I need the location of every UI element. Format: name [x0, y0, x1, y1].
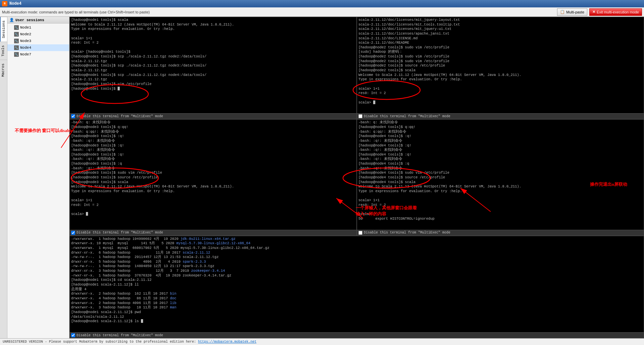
- statusbar-text: UNREGISTERED VERSION - Please support Mo…: [3, 340, 196, 344]
- terminal-pane-5[interactable]: -rwxrwxrwx. 1 hadoop hadoop 194990602 4月…: [69, 236, 644, 338]
- terminal-checkbox-label-3: Disable this terminal from "MultiExec" m…: [77, 231, 163, 234]
- terminal-disable-checkbox-3[interactable]: [71, 231, 75, 235]
- terminal-disable-checkbox-1[interactable]: [71, 114, 75, 118]
- sidebar-header: 👤 User sessions: [7, 17, 69, 24]
- toolbar: Multi-execution mode: commands are typed…: [0, 7, 644, 17]
- terminal-checkbox-bar-4: Disable this terminal from "MultiExec" m…: [357, 230, 644, 235]
- terminal-disable-checkbox-2[interactable]: [358, 114, 362, 118]
- node2-icon: 🔧: [14, 32, 19, 37]
- terminal-checkbox-bar-3: Disable this terminal from "MultiExec" m…: [70, 230, 356, 235]
- terminal-content-4: -bash: q: 未找到命令 [hadoop@node4 tools]$ q:…: [357, 120, 644, 229]
- terminal-checkbox-label-1: Disable this terminal from "MultiExec" m…: [77, 115, 163, 118]
- titlebar: N Node4: [0, 0, 644, 7]
- macros-tab[interactable]: Macros: [0, 60, 7, 80]
- app-icon: N: [2, 1, 7, 6]
- statusbar-link[interactable]: https://mobaxterm.mobatek.net: [198, 340, 256, 344]
- terminal-content-5: -rwxrwxrwx. 1 hadoop hadoop 194990602 4月…: [70, 236, 644, 332]
- terminal-checkbox-bar-2: Disable this terminal from "MultiExec" m…: [357, 113, 644, 119]
- terminal-pane-3[interactable]: -bash: q: 未找到命令 [hadoop@node3 tools]$ q:…: [69, 119, 357, 235]
- user-sessions-icon: 👤: [9, 18, 14, 22]
- terminal-checkbox-label-4: Disable this terminal from "MultiExec" m…: [364, 231, 450, 234]
- exit-multi-button[interactable]: ✕ Exit multi-execution mode: [589, 8, 642, 16]
- sidebar-item-node1[interactable]: 🔧 Node1: [7, 24, 69, 31]
- sidebar-item-node2[interactable]: 🔧 Node2: [7, 31, 69, 38]
- terminal-pane-2[interactable]: scala-2.11.12/doc/licenses/mit_jquery-la…: [357, 17, 644, 119]
- terminal-checkbox-label-5: Disable this terminal from "MultiExec" m…: [77, 334, 163, 337]
- window-title: Node4: [9, 1, 21, 6]
- terminal-content-2: scala-2.11.12/doc/licenses/mit_jquery-la…: [357, 17, 644, 113]
- paste-icon: 📋: [560, 10, 565, 14]
- terminal-checkbox-bar-1: Disable this terminal from "MultiExec" m…: [70, 113, 356, 119]
- tab-strip: Sessions Tools Macros: [0, 17, 7, 338]
- terminal-checkbox-label-2: Disable this terminal from "MultiExec" m…: [364, 115, 450, 118]
- terminal-checkbox-bar-5: Disable this terminal from "MultiExec" m…: [70, 332, 644, 338]
- sidebar-item-node4[interactable]: 🔧 Node4: [7, 44, 69, 51]
- sessions-tab[interactable]: Sessions: [0, 17, 7, 42]
- terminal-pane-4[interactable]: -bash: q: 未找到命令 [hadoop@node4 tools]$ q:…: [357, 119, 644, 235]
- node1-icon: 🔧: [14, 25, 19, 30]
- terminal-pane-1[interactable]: [hadoop@node1 tools]$ scala Welcome to S…: [69, 17, 357, 119]
- node3-icon: 🔧: [14, 39, 19, 43]
- sidebar-item-node3[interactable]: 🔧 Node3: [7, 38, 69, 44]
- statusbar: UNREGISTERED VERSION - Please support Mo…: [0, 338, 644, 345]
- terminal-content-3: -bash: q: 未找到命令 [hadoop@node3 tools]$ q:…: [70, 120, 356, 229]
- sidebar-item-node7[interactable]: 🔧 Node7: [7, 51, 69, 58]
- sidebar: 👤 User sessions 🔧 Node1 🔧 Node2 🔧 Node3 …: [7, 17, 69, 338]
- terminal-disable-checkbox-4[interactable]: [358, 231, 362, 235]
- multi-paste-button[interactable]: 📋 Multi-paste: [557, 8, 587, 16]
- tools-tab[interactable]: Tools: [0, 42, 7, 60]
- terminal-disable-checkbox-5[interactable]: [71, 333, 75, 337]
- multi-exec-notice: Multi-execution mode: commands are typed…: [2, 10, 555, 14]
- terminal-grid: [hadoop@node1 tools]$ scala Welcome to S…: [69, 17, 644, 338]
- sidebar-items: 🔧 Node1 🔧 Node2 🔧 Node3 🔧 Node4 🔧: [7, 24, 69, 58]
- close-icon: ✕: [592, 10, 595, 14]
- terminal-content-1: [hadoop@node1 tools]$ scala Welcome to S…: [70, 17, 356, 113]
- node7-icon: 🔧: [14, 52, 19, 57]
- node4-icon: 🔧: [14, 45, 19, 50]
